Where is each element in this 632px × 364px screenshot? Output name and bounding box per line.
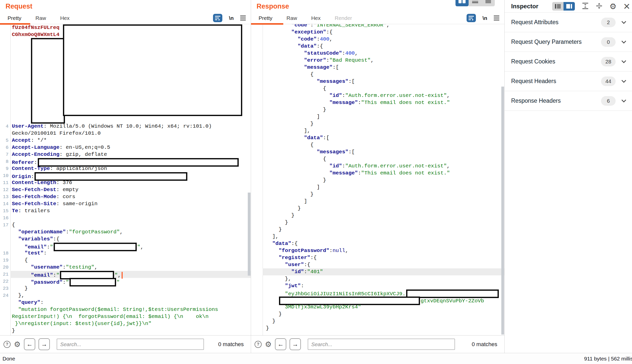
code-segment: "code" [266, 36, 317, 42]
code-line: "message":"This email does not exist." [263, 170, 504, 177]
line-number [251, 78, 263, 85]
layout-combined-icon[interactable] [482, 0, 495, 6]
line-number [251, 156, 263, 163]
code-segment: : [66, 229, 69, 235]
tab-hex[interactable]: Hex [311, 15, 321, 21]
section-request-cookies[interactable]: Request Cookies28 [505, 52, 632, 71]
newline-toggle[interactable]: \n [482, 15, 487, 21]
line-number: 16 [0, 214, 10, 222]
expand-all-icon[interactable] [596, 3, 603, 10]
tab-hex[interactable]: Hex [60, 15, 69, 21]
tab-render[interactable]: Render [335, 15, 352, 21]
editor-layout-toggle [455, 0, 495, 6]
chevron-down-icon[interactable] [621, 19, 626, 24]
line-number [251, 240, 263, 247]
tab-pretty[interactable]: Pretty [259, 15, 272, 21]
gear-icon[interactable]: ⚙ [14, 341, 21, 348]
inspector-settings-icon[interactable]: ⚙ [610, 3, 617, 10]
code-line: Sec-Fetch-Mode: cors [10, 193, 251, 200]
tab-raw[interactable]: Raw [36, 15, 46, 21]
hamburger-menu-icon[interactable] [240, 16, 246, 20]
code-segment: }, [12, 293, 24, 298]
tab-pretty[interactable]: Pretty [8, 15, 21, 21]
request-panel: Request PrettyRawHex \n fUz04fNszFULreqC… [0, 0, 251, 353]
help-icon[interactable]: ? [4, 341, 11, 348]
line-number: 11 [0, 179, 10, 186]
tab-raw[interactable]: Raw [287, 15, 297, 21]
response-search-input[interactable] [308, 339, 455, 350]
line-number: 19 [0, 257, 10, 264]
chevron-down-icon[interactable] [621, 58, 626, 63]
code-segment: Referer [12, 160, 34, 165]
line-number [251, 149, 263, 156]
search-prev-button[interactable]: ← [275, 338, 286, 350]
dock-right-icon[interactable] [564, 2, 575, 11]
code-row: 22 "password":"" [0, 278, 251, 285]
code-segment: : application/json [50, 166, 107, 171]
code-segment: } [266, 325, 269, 331]
code-segment: : [358, 100, 361, 105]
section-request-attributes[interactable]: Request Attributes2 [505, 13, 632, 32]
code-line: "username":"testing", [10, 264, 251, 271]
code-segment: :{ [304, 262, 310, 268]
search-prev-button[interactable]: ← [24, 338, 35, 350]
help-icon[interactable]: ? [255, 341, 262, 348]
chevron-down-icon[interactable] [621, 78, 626, 83]
request-search-input[interactable] [57, 339, 204, 350]
search-next-button[interactable]: → [290, 338, 301, 350]
layout-rows-icon[interactable] [469, 0, 482, 6]
code-segment: : gzip, deflate [59, 152, 107, 157]
response-tabbar: PrettyRawHexRender \n [251, 12, 504, 24]
code-line: "jwt": [263, 282, 504, 289]
hamburger-menu-icon[interactable] [494, 16, 499, 20]
code-row: } [251, 311, 504, 318]
inspector-close-icon[interactable]: × [623, 3, 630, 10]
code-segment: { [12, 257, 28, 263]
search-next-button[interactable]: → [39, 338, 50, 350]
code-line: gtxvDEqnSVuPbY-2ZoVb [263, 297, 504, 304]
code-segment: } [266, 212, 294, 218]
code-segment: 3MDlfjx3mzwL39ybHp2Krs4" [266, 304, 361, 310]
line-number: 9 [0, 165, 10, 172]
response-panel-title: Response [257, 3, 289, 10]
request-scrollbar-thumb[interactable] [248, 193, 251, 276]
chevron-down-icon[interactable] [621, 39, 626, 43]
response-editor[interactable]: "code":"INTERNAL_SERVER_ERROR", "excepti… [251, 24, 504, 335]
code-segment: } [266, 121, 313, 127]
section-request-query-parameters[interactable]: Request Query Parameters0 [505, 32, 632, 52]
gear-icon[interactable]: ⚙ [265, 341, 272, 348]
word-wrap-icon[interactable] [467, 14, 476, 22]
code-line: 3MDlfjx3mzwL39ybHp2Krs4" [263, 304, 504, 311]
line-number: 22 [0, 278, 10, 285]
request-panel-title: Request [6, 3, 32, 10]
request-editor[interactable]: fUz04fNszFULreqCGhxmOoQ8WXmtL44User-Agen… [0, 24, 251, 335]
line-number [251, 325, 263, 332]
dock-left-icon[interactable] [552, 2, 564, 11]
code-row: ] [251, 198, 504, 205]
code-segment: : [53, 272, 56, 278]
code-segment: " [66, 279, 69, 285]
line-number [251, 304, 263, 311]
code-segment: " [56, 272, 59, 278]
word-wrap-icon[interactable] [213, 14, 222, 22]
code-row: 6Accept-Language: en-US,en;q=0.5 [0, 144, 251, 151]
code-row: "exception":{ [251, 29, 504, 36]
request-search-bar: ? ⚙ ← → 0 matches [0, 335, 251, 353]
response-scrollbar-thumb[interactable] [501, 87, 504, 335]
chevron-down-icon[interactable] [621, 98, 626, 102]
code-row: "email":"", [0, 243, 251, 250]
inspector-toolbar: ⚙ × [552, 0, 630, 13]
code-segment: "error" [266, 57, 326, 63]
code-segment: { [266, 71, 313, 77]
code-line: } [263, 177, 504, 184]
section-response-headers[interactable]: Response Headers6 [505, 91, 632, 111]
line-number [0, 109, 10, 116]
line-number: 5 [0, 137, 10, 144]
code-row: "id":"401" [251, 268, 504, 275]
collapse-all-icon[interactable] [582, 3, 589, 10]
layout-columns-icon[interactable] [455, 0, 469, 6]
newline-toggle[interactable]: \n [229, 15, 234, 21]
code-segment: :{ [53, 236, 59, 242]
section-request-headers[interactable]: Request Headers44 [505, 71, 632, 91]
code-row: 10Origin: [0, 172, 251, 179]
